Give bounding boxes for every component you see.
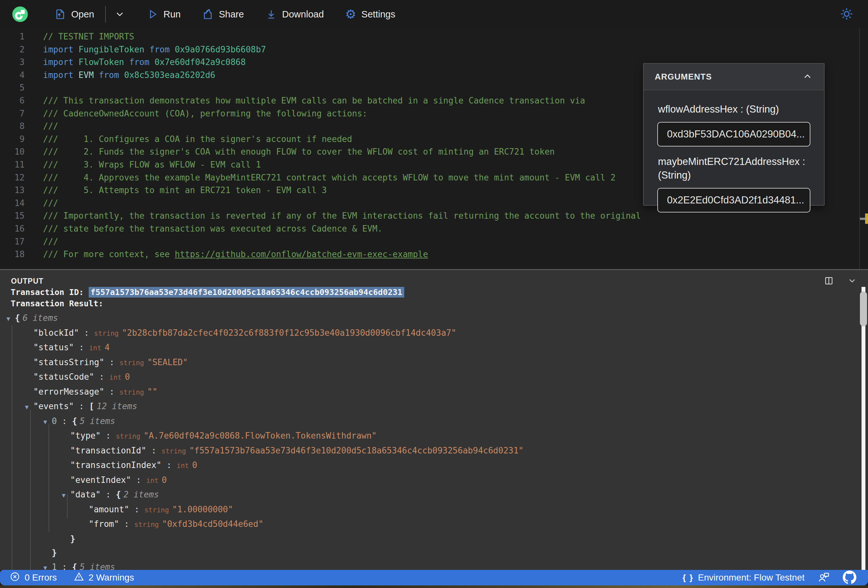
arguments-header[interactable]: ARGUMENTS xyxy=(644,64,824,90)
json-items: 5 items xyxy=(80,562,115,570)
warnings-label: 2 Warnings xyxy=(89,572,134,583)
json-key: "status" xyxy=(33,342,74,352)
sun-icon xyxy=(840,17,854,22)
collapse-toggle-icon[interactable]: ▼ xyxy=(62,488,70,503)
code-line: 2import FungibleToken from 0x9a0766d93b6… xyxy=(0,43,868,56)
json-row: ▼0 : {5 items xyxy=(0,414,868,429)
code-token: from xyxy=(149,45,175,55)
code-token: 0x8c5303eaa26202d6 xyxy=(124,70,215,80)
argument-label: maybeMintERC721AddressHex : (String) xyxy=(658,155,810,182)
json-val: 0 xyxy=(162,475,167,485)
code-link[interactable]: https://github.com/onflow/batched-evm-ex… xyxy=(175,249,428,259)
line-number: 2 xyxy=(0,43,25,56)
chevron-up-icon xyxy=(802,78,813,83)
warnings-status[interactable]: 2 Warnings xyxy=(74,572,134,584)
errors-status[interactable]: 0 Errors xyxy=(10,572,57,584)
toolbar: Open Run xyxy=(0,0,868,28)
github-button[interactable] xyxy=(843,570,856,585)
run-button[interactable]: Run xyxy=(143,9,184,20)
json-key: "transactionIndex" xyxy=(70,460,161,470)
errors-label: 0 Errors xyxy=(25,572,57,583)
transaction-id-value[interactable]: f557a1573b76aa53e73d46f3e10d200d5c18a653… xyxy=(89,287,404,298)
feedback-button[interactable] xyxy=(818,571,830,584)
open-button[interactable]: Open xyxy=(51,9,97,20)
code-token: 0x7e60df042a9c0868 xyxy=(154,57,246,67)
code-token: import xyxy=(43,45,79,55)
json-key: "events" xyxy=(33,401,74,411)
json-typ: int xyxy=(146,477,159,485)
output-split-button[interactable] xyxy=(824,276,834,287)
output-scrollbar-track[interactable] xyxy=(862,287,865,570)
json-typ: string xyxy=(120,388,144,396)
open-label: Open xyxy=(71,9,94,20)
json-idx: 1 xyxy=(52,562,57,570)
output-scrollbar-thumb[interactable] xyxy=(860,292,867,326)
json-key: "blockId" xyxy=(33,328,79,337)
json-row: "type" : string"A.7e60df042a9c0868.FlowT… xyxy=(0,429,868,444)
json-val: "f557a1573b76aa53e73d46f3e10d200d5c18a65… xyxy=(189,446,524,455)
line-number: 11 xyxy=(0,159,25,171)
json-typ: string xyxy=(116,432,140,440)
output-panel: OUTPUT Transaction ID: f557a1573b76aa53e… xyxy=(0,269,868,570)
share-button[interactable]: Share xyxy=(199,9,247,20)
code-editor[interactable]: 1// TESTNET IMPORTS2import FungibleToken… xyxy=(0,28,868,269)
json-typ: string xyxy=(94,330,119,337)
output-collapse-button[interactable] xyxy=(847,276,857,287)
json-row: ▼{6 items xyxy=(0,311,868,326)
json-row: "statusCode" : int0 xyxy=(0,370,868,385)
environment-status[interactable]: { } Environment: Flow Testnet xyxy=(682,572,805,583)
json-punc: : xyxy=(146,446,161,455)
arguments-collapse-button[interactable] xyxy=(802,71,813,83)
json-val: 0 xyxy=(192,460,198,470)
transaction-result-line: Transaction Result: xyxy=(0,298,868,309)
share-icon xyxy=(202,9,214,20)
json-punc: : xyxy=(57,562,72,570)
json-brace: } xyxy=(70,534,75,544)
chevron-down-icon xyxy=(847,282,857,287)
status-bar: 0 Errors 2 Warnings { } Environment: Flo… xyxy=(0,570,868,585)
json-val: 0 xyxy=(125,372,130,382)
argument-input[interactable]: 0xd3bF53DAC106A0290B04... xyxy=(657,122,810,146)
json-val: 4 xyxy=(105,342,110,352)
share-label: Share xyxy=(219,9,244,20)
code-line: 16/// state before the transaction was e… xyxy=(0,223,868,236)
json-brace: [ xyxy=(89,401,94,411)
code-token: /// 2. Funds the signer's COA with enoug… xyxy=(43,147,555,156)
download-button[interactable]: Download xyxy=(262,9,327,20)
json-punc: : xyxy=(57,416,72,426)
theme-toggle-button[interactable] xyxy=(840,7,854,22)
warning-marker xyxy=(865,214,868,224)
code-token: /// For more context, see xyxy=(43,249,175,259)
line-number: 16 xyxy=(0,223,25,236)
code-line: 1// TESTNET IMPORTS xyxy=(0,30,868,43)
json-row: "status" : int4 xyxy=(0,340,868,355)
collapse-toggle-icon[interactable]: ▼ xyxy=(6,312,15,326)
argument-input[interactable]: 0x2E2Ed0Cfd3AD2f1d34481... xyxy=(657,188,810,212)
transaction-id-line: Transaction ID: f557a1573b76aa53e73d46f3… xyxy=(0,287,868,298)
collapse-toggle-icon[interactable]: ▼ xyxy=(25,400,33,414)
open-dropdown-button[interactable] xyxy=(111,9,128,20)
editor-scrollbar-thumb[interactable] xyxy=(860,218,865,220)
code-token: FungibleToken xyxy=(79,45,149,55)
json-brace: { xyxy=(72,416,77,426)
transaction-id-label: Transaction ID: xyxy=(11,287,89,297)
json-key: "eventIndex" xyxy=(70,475,131,485)
json-punc: : xyxy=(100,490,116,500)
desktop-wallpaper-strip xyxy=(0,585,868,588)
json-key: "data" xyxy=(70,490,100,500)
json-punc: : xyxy=(104,387,120,396)
flow-logo-icon xyxy=(12,6,28,22)
json-row: ▼"data" : {2 items xyxy=(0,488,868,503)
line-number: 14 xyxy=(0,197,25,210)
circle-x-icon xyxy=(10,572,20,584)
json-typ: string xyxy=(120,359,144,367)
collapse-toggle-icon[interactable]: ▼ xyxy=(43,415,52,429)
collapse-toggle-icon[interactable]: ▼ xyxy=(43,561,52,570)
indent-guide xyxy=(49,424,49,532)
line-number: 8 xyxy=(0,120,25,133)
line-number: 17 xyxy=(0,236,25,248)
json-key: "statusString" xyxy=(33,357,104,367)
json-items: 2 items xyxy=(124,490,159,500)
editor-scrollbar-track[interactable] xyxy=(859,28,860,269)
settings-button[interactable]: ⚙ Settings xyxy=(342,9,399,20)
